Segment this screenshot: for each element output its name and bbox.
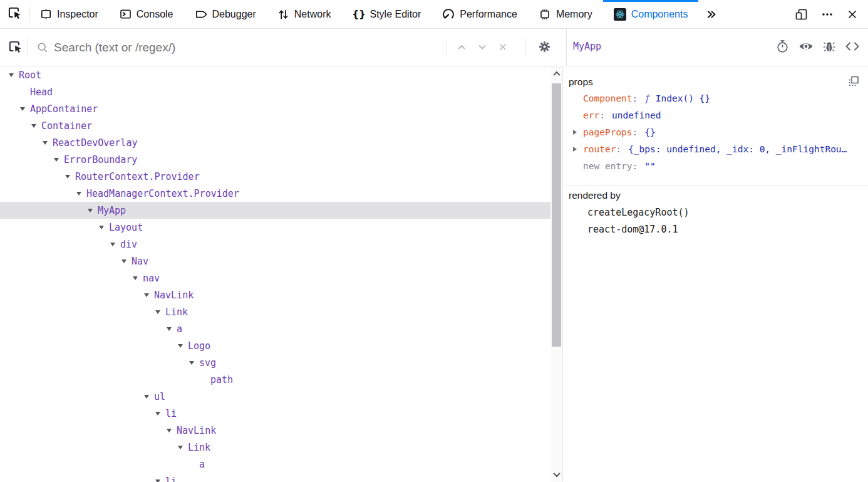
prop-row[interactable]: Component:ƒ Index() {} bbox=[563, 90, 868, 107]
component-name: Link bbox=[188, 442, 210, 453]
tree-row[interactable]: ReactDevOverlay bbox=[0, 134, 550, 151]
element-picker-button[interactable] bbox=[6, 5, 23, 23]
tree-row[interactable]: Head bbox=[0, 83, 550, 100]
chevron-down-icon bbox=[477, 41, 488, 53]
suspense-toggle-button[interactable] bbox=[776, 39, 789, 55]
prop-row[interactable]: new entry:"" bbox=[563, 157, 868, 174]
settings-button[interactable] bbox=[537, 39, 552, 56]
component-name: svg bbox=[199, 357, 216, 369]
tab-debugger[interactable]: Debugger bbox=[184, 0, 267, 28]
chevron-down-icon[interactable] bbox=[189, 361, 199, 365]
chevron-down-icon[interactable] bbox=[144, 395, 154, 399]
component-details-panel: props Component:ƒ Index() {}err:undefine… bbox=[563, 66, 868, 482]
chevron-down-icon[interactable] bbox=[155, 479, 165, 482]
tree-row[interactable]: ul bbox=[0, 388, 550, 405]
chevron-down-icon[interactable] bbox=[9, 73, 19, 77]
search-results-separator bbox=[447, 38, 447, 57]
tab-inspector[interactable]: Inspector bbox=[29, 0, 109, 28]
tree-row[interactable]: a bbox=[0, 320, 550, 337]
tab-style-editor[interactable]: { } Style Editor bbox=[341, 0, 431, 28]
search-icon bbox=[36, 41, 49, 56]
tree-row[interactable]: MyApp bbox=[0, 202, 550, 219]
tree-row[interactable]: svg bbox=[0, 354, 550, 371]
tree-row[interactable]: Layout bbox=[0, 219, 550, 236]
chevron-right-icon[interactable] bbox=[573, 130, 583, 135]
devtools-menu-button[interactable] bbox=[817, 4, 838, 25]
tree-row[interactable]: HeadManagerContext.Provider bbox=[0, 185, 550, 202]
copy-props-button[interactable] bbox=[848, 75, 860, 89]
chevron-down-icon[interactable] bbox=[76, 192, 86, 196]
previous-result-button[interactable] bbox=[456, 41, 467, 55]
tree-row[interactable]: li bbox=[0, 405, 550, 422]
chevron-down-icon[interactable] bbox=[167, 429, 177, 432]
prop-row[interactable]: err:undefined bbox=[563, 107, 868, 123]
view-source-button[interactable] bbox=[845, 41, 860, 54]
tab-components[interactable]: Components bbox=[603, 0, 699, 28]
component-name: MyApp bbox=[98, 205, 126, 216]
chevron-down-icon[interactable] bbox=[43, 141, 53, 145]
tree-row[interactable]: NavLink bbox=[0, 286, 550, 303]
responsive-design-mode-button[interactable] bbox=[792, 4, 813, 25]
tree-row[interactable]: Link bbox=[0, 303, 550, 320]
responsive-design-icon bbox=[795, 8, 809, 21]
chevron-right-icon[interactable] bbox=[573, 147, 583, 152]
prop-row[interactable]: pageProps:{} bbox=[563, 123, 868, 140]
chevron-down-icon[interactable] bbox=[167, 327, 177, 331]
tree-row[interactable]: div bbox=[0, 236, 550, 253]
more-tools-button[interactable] bbox=[698, 0, 725, 28]
chevron-down-icon[interactable] bbox=[155, 412, 165, 416]
inspector-icon bbox=[40, 8, 52, 20]
chevron-down-icon[interactable] bbox=[178, 344, 188, 348]
tab-console[interactable]: Console bbox=[109, 0, 184, 28]
chevron-down-icon[interactable] bbox=[54, 158, 64, 162]
prop-value: {} bbox=[644, 127, 655, 137]
tab-label: Debugger bbox=[212, 9, 256, 20]
tree-row[interactable]: Root bbox=[0, 66, 550, 83]
tree-row[interactable]: AppContainer bbox=[0, 100, 550, 117]
log-component-button[interactable] bbox=[823, 39, 835, 55]
tree-row[interactable]: Logo bbox=[0, 337, 550, 354]
tab-label: Style Editor bbox=[369, 9, 421, 20]
component-name: nav bbox=[143, 273, 160, 284]
scroll-down-button[interactable] bbox=[550, 468, 562, 481]
tree-row[interactable]: path bbox=[0, 371, 550, 388]
chevron-down-icon[interactable] bbox=[144, 293, 154, 297]
chevron-down-icon[interactable] bbox=[133, 276, 143, 280]
clear-search-button[interactable] bbox=[497, 41, 509, 55]
component-picker-button[interactable] bbox=[7, 39, 23, 57]
chevron-down-icon[interactable] bbox=[155, 310, 165, 314]
chevron-down-icon[interactable] bbox=[31, 124, 41, 128]
selected-component-name: MyApp bbox=[573, 41, 601, 52]
chevron-down-icon[interactable] bbox=[20, 107, 30, 111]
tree-scrollbar[interactable] bbox=[550, 66, 562, 482]
scroll-up-button[interactable] bbox=[550, 68, 562, 80]
chevron-down-icon[interactable] bbox=[88, 209, 98, 212]
prop-row[interactable]: router:{_bps: undefined, _idx: 0, _inFli… bbox=[563, 140, 868, 157]
tree-row[interactable]: Container bbox=[0, 117, 550, 134]
component-name: Layout bbox=[109, 222, 143, 233]
chevron-down-icon[interactable] bbox=[178, 446, 188, 449]
tree-row[interactable]: li bbox=[0, 473, 550, 482]
chevron-down-icon[interactable] bbox=[99, 226, 109, 229]
chevron-down-icon[interactable] bbox=[110, 243, 120, 246]
tree-row[interactable]: ErrorBoundary bbox=[0, 151, 550, 168]
bug-icon bbox=[823, 39, 835, 53]
tab-performance[interactable]: Performance bbox=[431, 0, 528, 28]
tree-row[interactable]: Nav bbox=[0, 253, 550, 270]
component-name: a bbox=[199, 459, 205, 470]
chevron-down-icon[interactable] bbox=[121, 259, 132, 263]
tree-row[interactable]: a bbox=[0, 456, 550, 473]
tree-row[interactable]: NavLink bbox=[0, 422, 550, 439]
close-devtools-button[interactable] bbox=[842, 4, 863, 25]
next-result-button[interactable] bbox=[477, 41, 488, 55]
tab-network[interactable]: Network bbox=[267, 0, 342, 28]
search-input[interactable] bbox=[53, 36, 428, 58]
tab-memory[interactable]: Memory bbox=[528, 0, 603, 28]
scrollbar-thumb[interactable] bbox=[552, 83, 561, 347]
tree-row[interactable]: nav bbox=[0, 270, 550, 286]
tree-row[interactable]: RouterContext.Provider bbox=[0, 168, 550, 185]
prop-key: err bbox=[583, 110, 599, 120]
chevron-down-icon[interactable] bbox=[65, 175, 75, 179]
tree-row[interactable]: Link bbox=[0, 439, 550, 456]
inspect-dom-button[interactable] bbox=[798, 40, 814, 55]
